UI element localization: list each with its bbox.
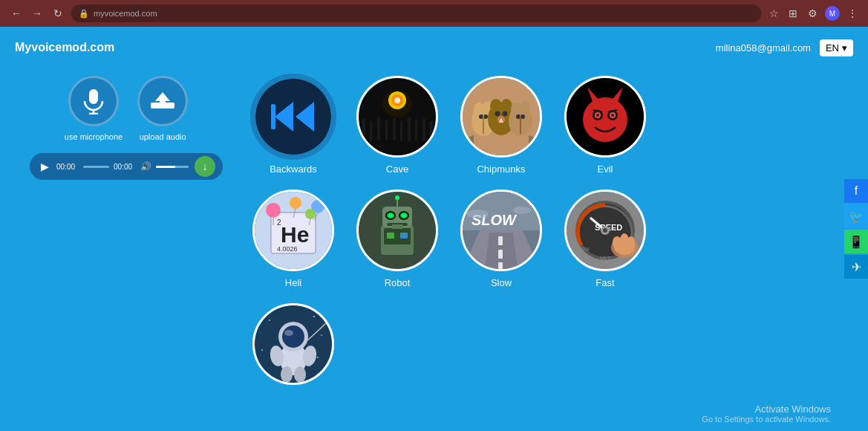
play-button[interactable]: ▶ — [37, 159, 52, 174]
mic-label: use microphone — [65, 132, 123, 141]
voices-panel: Backwards — [238, 68, 853, 431]
volume-button[interactable]: 🔊 — [140, 161, 151, 172]
svg-rect-18 — [393, 118, 396, 140]
upload-icon — [149, 91, 176, 111]
progress-track[interactable] — [83, 166, 109, 168]
settings-icon[interactable]: ⚙ — [806, 7, 819, 20]
robot-image — [356, 189, 438, 271]
site-logo: Myvoicemod.com — [15, 41, 114, 54]
url-bar[interactable]: 🔒 myvoicemod.com — [71, 4, 761, 22]
heli-label: Heli — [285, 277, 301, 288]
svg-rect-93 — [498, 262, 503, 269]
svg-rect-0 — [89, 89, 98, 104]
social-sidebar: f 🐦 📱 ✈ — [844, 179, 868, 279]
whatsapp-icon: 📱 — [849, 235, 864, 249]
twitter-icon: 🐦 — [849, 210, 864, 224]
browser-chrome: ← → ↻ 🔒 myvoicemod.com ☆ ⊞ ⚙ M ⋮ — [0, 0, 868, 27]
twitter-button[interactable]: 🐦 — [844, 204, 868, 228]
svg-marker-4 — [155, 92, 170, 104]
svg-point-122 — [284, 330, 293, 336]
slow-image: SLOW — [460, 189, 542, 271]
chipmunks-label: Chipmunks — [477, 163, 525, 175]
heli-image: 2 He 4.0026 — [252, 189, 334, 271]
svg-point-67 — [305, 209, 316, 219]
voices-row-3 — [252, 303, 838, 391]
reload-button[interactable]: ↻ — [50, 6, 65, 21]
svg-point-104 — [603, 228, 607, 233]
whatsapp-button[interactable]: 📱 — [844, 230, 868, 253]
svg-point-114 — [269, 320, 270, 321]
voice-card-robot[interactable]: Robot — [356, 189, 438, 288]
menu-icon[interactable]: ⋮ — [846, 7, 859, 20]
svg-point-66 — [290, 197, 301, 209]
svg-point-56 — [611, 114, 614, 117]
chipmunks-svg: A — [463, 78, 540, 155]
fast-image: SPEED LOW MED HI — [564, 189, 646, 271]
mic-icon — [82, 88, 105, 114]
player-bar: ▶ 00:00 00:00 🔊 ↓ — [30, 153, 223, 180]
svg-rect-17 — [385, 120, 388, 140]
lang-dropdown[interactable]: EN ▾ — [820, 39, 853, 56]
voice-card-heli[interactable]: 2 He 4.0026 — [252, 189, 334, 288]
download-button[interactable]: ↓ — [195, 156, 215, 177]
svg-point-112 — [627, 236, 635, 248]
cave-label: Cave — [386, 163, 408, 175]
svg-rect-15 — [370, 121, 372, 142]
svg-point-125 — [281, 366, 293, 383]
backwards-image — [252, 76, 334, 158]
svg-text:4.0026: 4.0026 — [277, 245, 298, 253]
extension-icon[interactable]: ⊞ — [786, 7, 800, 20]
svg-point-80 — [388, 214, 393, 218]
svg-rect-20 — [408, 117, 411, 141]
svg-point-84 — [395, 195, 399, 200]
fast-svg: SPEED LOW MED HI — [567, 192, 644, 269]
url-text: myvoicemod.com — [79, 9, 157, 18]
volume-track[interactable] — [156, 166, 189, 168]
svg-point-126 — [294, 366, 306, 383]
svg-point-35 — [495, 111, 500, 117]
robot-svg — [359, 192, 436, 269]
microphone-button[interactable]: use microphone — [65, 76, 123, 141]
voice-card-evil[interactable]: Evil — [564, 76, 646, 175]
svg-point-64 — [266, 203, 281, 218]
svg-rect-91 — [498, 236, 503, 245]
svg-rect-19 — [400, 120, 402, 141]
telegram-icon: ✈ — [852, 260, 861, 274]
svg-point-118 — [317, 357, 319, 358]
upload-audio-button[interactable]: upload audio — [137, 76, 188, 141]
forward-button[interactable]: → — [30, 6, 45, 21]
chevron-down-icon: ▾ — [842, 42, 847, 54]
voice-card-fast[interactable]: SPEED LOW MED HI — [564, 189, 646, 288]
svg-point-48 — [583, 97, 627, 142]
voice-card-chipmunks[interactable]: A Chipmunks — [460, 76, 542, 175]
svg-point-41 — [520, 101, 530, 114]
voice-card-slow[interactable]: SLOW Slow — [460, 189, 542, 288]
upload-circle — [137, 76, 188, 126]
main-content: use microphone upload audio ▶ 00:00 — [0, 68, 868, 431]
cave-svg — [359, 78, 436, 155]
robot-label: Robot — [385, 277, 411, 288]
svg-point-111 — [620, 233, 629, 247]
slow-svg: SLOW — [463, 192, 540, 269]
svg-point-115 — [313, 316, 315, 317]
facebook-button[interactable]: f — [844, 179, 868, 203]
svg-point-34 — [500, 99, 512, 114]
slow-label: Slow — [491, 277, 512, 288]
telegram-button[interactable]: ✈ — [844, 255, 868, 279]
svg-point-33 — [490, 99, 502, 114]
svg-rect-86 — [387, 233, 394, 239]
back-button[interactable]: ← — [9, 6, 24, 21]
svg-marker-6 — [296, 102, 314, 132]
user-email: milina058@gmail.com — [716, 42, 811, 54]
profile-avatar[interactable]: M — [825, 6, 840, 21]
evil-label: Evil — [598, 163, 613, 175]
voice-card-backwards[interactable]: Backwards — [252, 76, 334, 175]
voice-card-cave[interactable]: Cave — [356, 76, 438, 175]
voice-card-astronaut[interactable] — [252, 303, 334, 391]
svg-rect-92 — [498, 250, 503, 259]
fast-label: Fast — [595, 277, 614, 288]
svg-rect-22 — [422, 119, 425, 141]
voices-row-1: Backwards — [252, 76, 838, 175]
star-icon[interactable]: ☆ — [767, 7, 780, 20]
volume-fill — [156, 166, 175, 168]
